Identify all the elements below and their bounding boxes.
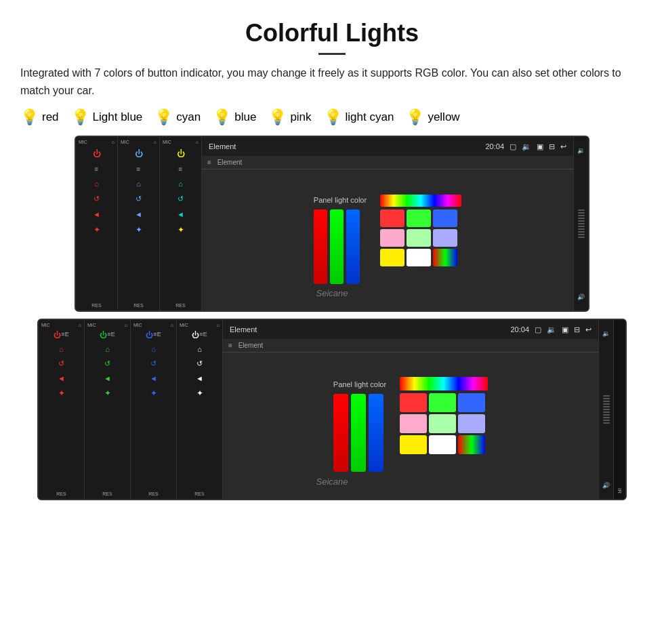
ir-panel-bottom: IR bbox=[613, 320, 625, 499]
bt-icon-b3[interactable]: ✦ bbox=[150, 388, 157, 398]
refresh-icon-b4[interactable]: ↺ bbox=[196, 359, 203, 368]
refresh-icon-b2[interactable]: ↺ bbox=[104, 359, 110, 368]
e-label-b1: E bbox=[65, 331, 69, 339]
link-icon: ⊟ bbox=[549, 142, 555, 151]
refresh-icon-3[interactable]: ↺ bbox=[178, 195, 184, 203]
main-screen-top: Element 20:04 ▢ 🔉 ▣ ⊟ ↩ ≡ Element bbox=[202, 137, 573, 310]
right-volume-top: 🔉 🔊 bbox=[573, 137, 588, 310]
swatch-white[interactable] bbox=[407, 249, 431, 266]
bottom-device: MIC ⌂ ⏻ ≡ E ⌂ ↺ ◄ ✦ RES bbox=[37, 319, 627, 500]
swatch-blue[interactable] bbox=[433, 209, 457, 227]
swatch-pink[interactable] bbox=[380, 229, 404, 247]
mic-label-b4: MIC bbox=[180, 323, 188, 327]
rainbow-swatch-b[interactable] bbox=[400, 377, 488, 390]
swatch-green[interactable] bbox=[407, 209, 431, 227]
house-icon-2[interactable]: ⌂ bbox=[136, 180, 141, 188]
rainbow-swatch[interactable] bbox=[380, 195, 461, 207]
refresh-icon-2[interactable]: ↺ bbox=[136, 195, 142, 203]
back-icon-2[interactable]: ◄ bbox=[135, 210, 142, 218]
swatch-lightblue[interactable] bbox=[433, 229, 457, 247]
house-icon-b4[interactable]: ⌂ bbox=[197, 345, 202, 353]
color-item-lightblue: 💡 Light blue bbox=[71, 108, 143, 126]
back-icon-b2[interactable]: ◄ bbox=[104, 374, 111, 382]
power-icon-1[interactable]: ⏻ bbox=[93, 149, 101, 159]
bt-icon-1[interactable]: ✦ bbox=[94, 225, 100, 235]
refresh-icon-b3[interactable]: ↺ bbox=[150, 359, 157, 368]
mic-label: MIC bbox=[79, 140, 87, 144]
description-text: Integrated with 7 colors of button indic… bbox=[0, 64, 664, 99]
swatch-blue-b[interactable] bbox=[458, 393, 485, 412]
bar-red-b[interactable] bbox=[333, 394, 348, 472]
yellow-bulb-icon: 💡 bbox=[406, 108, 424, 126]
home-icon-b1: ⌂ bbox=[79, 323, 81, 327]
refresh-icon-b1[interactable]: ↺ bbox=[58, 359, 64, 368]
house-icon-1[interactable]: ⌂ bbox=[94, 180, 99, 188]
swatch-yellow-b[interactable] bbox=[400, 435, 427, 454]
back-nav-icon-b: ↩ bbox=[585, 325, 592, 334]
back-icon-b3[interactable]: ◄ bbox=[150, 374, 157, 382]
title-divider bbox=[318, 53, 346, 55]
house-icon-b1[interactable]: ⌂ bbox=[59, 345, 64, 353]
swatch-red[interactable] bbox=[380, 209, 404, 227]
back-icon-b4[interactable]: ◄ bbox=[196, 374, 203, 382]
house-icon-3[interactable]: ⌂ bbox=[178, 180, 183, 188]
vol-up-top[interactable]: 🔊 bbox=[577, 294, 585, 300]
bt-icon-2[interactable]: ✦ bbox=[136, 225, 142, 235]
menu-icon-2[interactable]: ≡ bbox=[137, 165, 141, 173]
swatch-lightgreen-b[interactable] bbox=[429, 414, 456, 433]
swatch-pink-b[interactable] bbox=[400, 414, 427, 433]
back-icon-1[interactable]: ◄ bbox=[93, 210, 100, 218]
menu-icon-1[interactable]: ≡ bbox=[95, 165, 99, 173]
swatch-rainbow2-b[interactable] bbox=[458, 435, 485, 454]
color-label-lightblue: Light blue bbox=[93, 110, 143, 124]
swatch-red-b[interactable] bbox=[400, 393, 427, 412]
back-icon-b1[interactable]: ◄ bbox=[58, 374, 65, 382]
bt-icon-3[interactable]: ✦ bbox=[178, 225, 184, 235]
power-icon-b3[interactable]: ⏻ bbox=[146, 331, 153, 339]
refresh-icon-1[interactable]: ↺ bbox=[94, 195, 100, 203]
swatch-white-b[interactable] bbox=[429, 435, 456, 454]
power-icon-b1[interactable]: ⏻ bbox=[54, 331, 61, 339]
vol-up-bottom[interactable]: 🔊 bbox=[602, 482, 610, 489]
home-icon-b2: ⌂ bbox=[125, 323, 127, 327]
bt-icon-b1[interactable]: ✦ bbox=[58, 388, 65, 398]
swatches-area-bottom bbox=[400, 377, 488, 475]
screen-content-bottom: Panel light color bbox=[223, 353, 598, 499]
power-icon-b4[interactable]: ⏻ bbox=[192, 331, 199, 339]
color-item-lightcyan: 💡 light cyan bbox=[324, 108, 394, 126]
back-icon-3[interactable]: ◄ bbox=[177, 210, 184, 218]
swatch-rainbow2[interactable] bbox=[433, 249, 457, 266]
house-icon-b2[interactable]: ⌂ bbox=[105, 345, 110, 353]
bar-green-b[interactable] bbox=[351, 394, 366, 472]
vol-lines-bottom bbox=[603, 393, 610, 426]
panel-light-label-area-b: Panel light color bbox=[333, 380, 386, 472]
power-icon-3[interactable]: ⏻ bbox=[177, 149, 185, 159]
vol-icon: 🔉 bbox=[522, 142, 531, 151]
res-b2: RES bbox=[102, 491, 112, 496]
bar-blue-b[interactable] bbox=[369, 394, 383, 472]
vol-down-bottom[interactable]: 🔉 bbox=[602, 330, 610, 337]
panel-light-label: Panel light color bbox=[314, 196, 367, 204]
house-icon-b3[interactable]: ⌂ bbox=[151, 345, 156, 353]
menu-icon-3[interactable]: ≡ bbox=[179, 165, 183, 173]
swatch-lightgreen[interactable] bbox=[407, 229, 431, 247]
menu-trigger-bottom[interactable]: ≡ bbox=[228, 342, 232, 349]
color-item-yellow: 💡 yellow bbox=[406, 108, 459, 126]
color-bars-bottom bbox=[333, 394, 386, 472]
menu-trigger-top[interactable]: ≡ bbox=[207, 159, 211, 166]
swatch-yellow[interactable] bbox=[380, 249, 404, 266]
swatch-lightblue-b[interactable] bbox=[458, 414, 485, 433]
bottom-device-row: MIC ⌂ ⏻ ≡ E ⌂ ↺ ◄ ✦ RES bbox=[0, 319, 664, 500]
swatch-green-b[interactable] bbox=[429, 393, 456, 412]
power-icon-2[interactable]: ⏻ bbox=[135, 149, 143, 159]
battery-icon: ▢ bbox=[510, 142, 516, 151]
power-icon-b2[interactable]: ⏻ bbox=[100, 331, 107, 339]
bt-icon-b4[interactable]: ✦ bbox=[196, 388, 203, 398]
color-label-pink: pink bbox=[290, 110, 311, 124]
bar-green[interactable] bbox=[330, 209, 344, 284]
mic-label-2: MIC bbox=[121, 140, 129, 144]
bt-icon-b2[interactable]: ✦ bbox=[104, 388, 111, 398]
vol-down-top[interactable]: 🔉 bbox=[577, 147, 585, 154]
bar-red[interactable] bbox=[314, 209, 327, 284]
bar-blue[interactable] bbox=[346, 209, 360, 284]
